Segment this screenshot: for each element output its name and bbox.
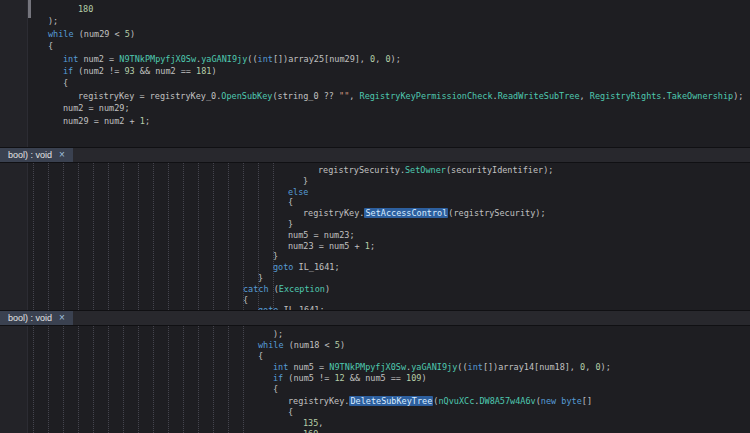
code-line[interactable]: { [0,407,750,418]
scrollbar-thumb[interactable] [28,0,31,18]
code-line[interactable]: registryKey.SetAccessControl(registrySec… [0,208,750,219]
code-token: (num2 != [73,66,124,76]
code-token: registryKey. [288,396,349,406]
code-line[interactable]: { [0,40,750,52]
code-panel-top: 180);while (num29 < 5){int num2 = N9TNkP… [0,0,750,147]
code-token: 181 [196,66,211,76]
code-token: registryKey = registryKey_0. [78,91,221,101]
code-token: 93 [124,66,134,76]
code-line[interactable]: } [0,176,750,187]
code-area: 180);while (num29 < 5){int num2 = N9TNkP… [0,0,750,127]
code-line[interactable]: { [0,351,750,362]
code-line[interactable]: registrySecurity.SetOwner(securityIdenti… [0,165,750,176]
code-token: IL_1641; [293,262,339,272]
code-line[interactable]: num29 = num2 + 1; [0,115,750,127]
code-token: while [258,340,284,350]
code-token: ); [48,16,58,26]
code-line[interactable]: } [0,251,750,262]
code-token: { [63,78,68,88]
code-token: num23 = num5 + [288,241,365,251]
code-token: if [63,66,73,76]
tab-bool-void[interactable]: bool) : void × [0,311,73,325]
code-token: yaGANI9jy [201,54,247,64]
code-line[interactable]: goto IL_1641; [0,262,750,273]
code-line[interactable]: 180 [0,3,750,15]
code-token: } [303,176,308,186]
code-token: num5 = [288,362,329,372]
code-line[interactable]: 135, [0,418,750,429]
code-token: , [375,54,385,64]
code-line[interactable]: 169 [0,429,750,433]
code-line[interactable]: { [0,197,750,208]
code-token: (num5 != [283,373,334,383]
code-token: ; [145,116,150,126]
code-line[interactable]: num2 = num29; [0,102,750,114]
close-icon[interactable]: × [59,150,65,160]
tab-bar-upper: bool) : void × [0,147,750,163]
code-line[interactable]: goto IL_1641; [0,305,750,310]
code-line[interactable]: ); [0,329,750,340]
code-line[interactable]: num23 = num5 + 1; [0,241,750,252]
code-token: ); [391,54,401,64]
code-line[interactable]: int num2 = N9TNkPMpyfjX0Sw.yaGANI9jy((in… [0,53,750,65]
decompiler-window: 180);while (num29 < 5){int num2 = N9TNkP… [0,0,750,433]
code-token: 12 [334,373,344,383]
code-line[interactable]: while (num18 < 5) [0,340,750,351]
tab-label: bool) : void [8,313,52,323]
code-token: (num29 < [74,29,125,39]
code-line[interactable]: ); [0,15,750,27]
code-line[interactable]: catch (Exception) [0,284,750,295]
close-icon[interactable]: × [59,313,65,323]
code-line[interactable]: } [0,219,750,230]
code-token: OpenSubKey [221,91,272,101]
breakpoint-gutter[interactable] [0,0,28,147]
code-token: } [288,219,293,229]
code-token: N9TNkPMpyfjX0Sw [119,54,196,64]
breakpoint-gutter[interactable] [0,163,28,310]
code-line[interactable]: registryKey = registryKey_0.OpenSubKey(s… [0,90,750,102]
code-token: while [48,29,74,39]
code-token: ; [370,241,375,251]
code-token: { [243,295,248,305]
code-line[interactable]: num5 = num23; [0,230,750,241]
code-line[interactable]: if (num5 != 12 && num5 == 109) [0,373,750,384]
code-line[interactable]: while (num29 < 5) [0,28,750,40]
tab-bar-lower: bool) : void × [0,310,750,326]
code-token: ); [733,91,743,101]
code-panel-bottom: );while (num18 < 5){int num5 = N9TNkPMpy… [0,326,750,433]
code-token: nQvuXCc [438,396,474,406]
code-token: 180 [78,4,93,14]
code-token: ) [130,29,135,39]
code-token: { [288,197,293,207]
code-line[interactable]: int num5 = N9TNkPMpyfjX0Sw.yaGANI9jy((in… [0,362,750,373]
code-token: (string_0 ?? [272,91,339,101]
code-token: [])array25[num29], [273,54,370,64]
code-token: else [288,187,308,197]
code-line[interactable]: if (num2 != 93 && num2 == 181) [0,65,750,77]
code-token: [] [582,396,592,406]
code-token: (registrySecurity); [448,208,545,218]
code-token: (num18 < [284,340,335,350]
code-token: goto [273,262,293,272]
code-line[interactable]: { [0,295,750,306]
code-line[interactable]: else [0,187,750,198]
code-token: [])array14[num18], [483,362,580,372]
breakpoint-gutter[interactable] [0,326,28,433]
code-line[interactable]: { [0,77,750,89]
code-line[interactable]: registryKey.DeleteSubKeyTree(nQvuXCc.DW8… [0,396,750,407]
code-token: SetOwner [405,165,446,175]
tab-bool-void[interactable]: bool) : void × [0,148,73,162]
code-token: && num5 == [345,373,406,383]
code-token: num2 = num29; [63,103,130,113]
code-token: { [48,41,53,51]
code-token: } [273,251,278,261]
code-token: IL_1641; [278,305,324,310]
code-token: } [258,273,263,283]
code-token: num5 = num23; [288,230,355,240]
code-line[interactable]: { [0,384,750,395]
code-token: , [585,362,595,372]
code-line[interactable]: } [0,273,750,284]
code-token: 109 [406,373,421,383]
code-area: );while (num18 < 5){int num5 = N9TNkPMpy… [0,326,750,433]
code-token: , [349,91,359,101]
